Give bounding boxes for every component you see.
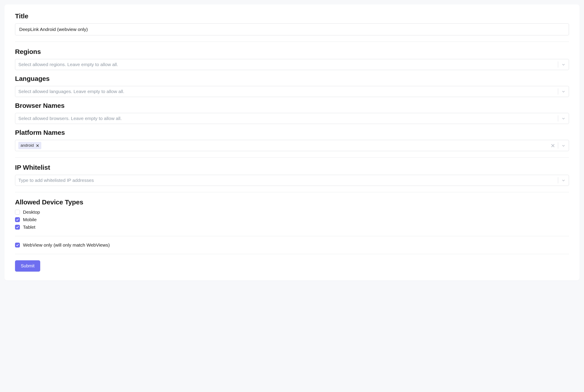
ip-whitelist-select[interactable]: Type to add whitelisted IP addresses xyxy=(15,175,569,186)
browsers-label: Browser Names xyxy=(15,102,569,110)
platforms-select[interactable]: android xyxy=(15,140,569,151)
checkbox-label: Mobile xyxy=(23,217,37,222)
ip-whitelist-placeholder: Type to add whitelisted IP addresses xyxy=(18,178,94,183)
languages-label: Languages xyxy=(15,75,569,82)
chevron-down-icon xyxy=(561,144,566,148)
browsers-select[interactable]: Select allowed browsers. Leave empty to … xyxy=(15,113,569,124)
platform-tag: android xyxy=(18,142,41,149)
chevron-down-icon xyxy=(561,62,566,67)
browsers-placeholder: Select allowed browsers. Leave empty to … xyxy=(18,116,122,121)
device-types-list: Desktop Mobile Tablet xyxy=(15,210,569,230)
checkbox-webview-only[interactable] xyxy=(15,242,20,248)
submit-button[interactable]: Submit xyxy=(15,260,40,272)
platform-tag-label: android xyxy=(20,143,34,148)
device-type-tablet: Tablet xyxy=(15,224,569,230)
checkbox-label: WebView only (will only match WebViews) xyxy=(23,242,110,248)
divider xyxy=(15,157,569,158)
title-input[interactable] xyxy=(15,24,569,35)
divider xyxy=(15,236,569,236)
regions-placeholder: Select allowed regions. Leave empty to a… xyxy=(18,62,118,67)
indicator-separator xyxy=(558,142,558,149)
regions-select[interactable]: Select allowed regions. Leave empty to a… xyxy=(15,59,569,70)
clear-all-icon[interactable] xyxy=(551,144,555,148)
device-type-desktop: Desktop xyxy=(15,210,569,215)
form-card: Title Regions Select allowed regions. Le… xyxy=(4,4,580,280)
checkbox-tablet[interactable] xyxy=(15,225,20,230)
remove-tag-icon[interactable] xyxy=(36,144,39,147)
device-type-mobile: Mobile xyxy=(15,217,569,222)
regions-label: Regions xyxy=(15,48,569,56)
checkbox-mobile[interactable] xyxy=(15,217,20,222)
indicator-separator xyxy=(558,88,558,94)
checkbox-label: Desktop xyxy=(23,210,40,215)
webview-only-row: WebView only (will only match WebViews) xyxy=(15,242,569,248)
indicator-separator xyxy=(558,62,558,68)
device-types-label: Allowed Device Types xyxy=(15,198,569,206)
checkbox-label: Tablet xyxy=(23,224,35,230)
indicator-separator xyxy=(558,177,558,184)
title-label: Title xyxy=(15,12,569,20)
ip-whitelist-label: IP Whitelist xyxy=(15,164,569,171)
platforms-label: Platform Names xyxy=(15,129,569,136)
divider xyxy=(15,42,569,42)
checkbox-desktop[interactable] xyxy=(15,210,20,214)
languages-placeholder: Select allowed languages. Leave empty to… xyxy=(18,89,124,94)
chevron-down-icon xyxy=(561,116,566,121)
chevron-down-icon xyxy=(561,89,566,94)
indicator-separator xyxy=(558,115,558,122)
languages-select[interactable]: Select allowed languages. Leave empty to… xyxy=(15,86,569,97)
chevron-down-icon xyxy=(561,178,566,182)
divider xyxy=(15,192,569,192)
